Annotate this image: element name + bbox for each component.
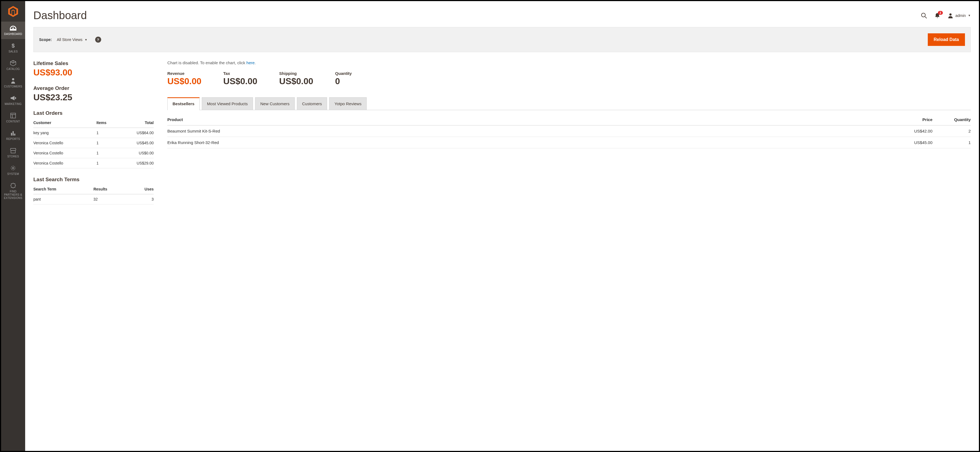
svg-point-11	[950, 13, 951, 16]
table-row[interactable]: Veronica Costello 1 US$0.00	[33, 148, 154, 158]
svg-line-10	[925, 17, 927, 18]
nav-system[interactable]: SYSTEM	[1, 162, 25, 179]
nav-content[interactable]: CONTENT	[1, 109, 25, 127]
last-search-table: Search Term Results Uses pant 32 3	[33, 184, 154, 205]
average-order-value: US$23.25	[33, 92, 154, 103]
last-orders-title: Last Orders	[33, 110, 154, 116]
page-header: Dashboard 3 admin ▼	[33, 1, 971, 27]
col-items: Items	[97, 118, 118, 128]
svg-rect-6	[13, 131, 14, 136]
notification-badge: 3	[938, 11, 943, 15]
table-row[interactable]: Erika Running Short-32-Red US$45.00 1	[167, 137, 971, 148]
nav-sales[interactable]: $ SALES	[1, 39, 25, 57]
col-price: Price	[894, 114, 932, 125]
search-icon[interactable]	[921, 13, 927, 19]
lifetime-sales-title: Lifetime Sales	[33, 60, 154, 67]
nav-stores[interactable]: STORES	[1, 144, 25, 162]
sidebar: DASHBOARD $ SALES CATALOG CUSTOMERS MARK…	[1, 1, 25, 451]
person-icon	[11, 77, 16, 84]
tabs: Bestsellers Most Viewed Products New Cus…	[167, 97, 971, 110]
last-orders-table: Customer Items Total key yang 1 US$64.00	[33, 118, 154, 168]
bestsellers-table: Product Price Quantity Beaumont Summit K…	[167, 114, 971, 148]
gear-icon	[10, 165, 16, 171]
svg-rect-5	[11, 133, 12, 136]
last-search-section: Last Search Terms Search Term Results Us…	[33, 176, 154, 205]
last-orders-section: Last Orders Customer Items Total key yan…	[33, 110, 154, 168]
nav-find-partners[interactable]: FIND PARTNERS & EXTENSIONS	[1, 179, 25, 203]
svg-rect-2	[11, 113, 16, 118]
logo[interactable]	[1, 1, 25, 22]
bar-chart-icon	[10, 130, 16, 136]
scope-selector[interactable]: All Store Views ▼	[57, 37, 88, 42]
svg-text:$: $	[11, 43, 14, 49]
reload-data-button[interactable]: Reload Data	[928, 33, 965, 46]
lifetime-sales-value: US$93.00	[33, 68, 154, 78]
lifetime-sales-block: Lifetime Sales US$93.00	[33, 60, 154, 78]
puzzle-icon	[10, 182, 16, 189]
metric-shipping: Shipping US$0.00	[279, 71, 313, 86]
storefront-icon	[10, 147, 16, 154]
nav-customers[interactable]: CUSTOMERS	[1, 74, 25, 92]
magento-logo-icon	[8, 6, 18, 17]
caret-down-icon: ▼	[968, 14, 971, 17]
col-results: Results	[94, 184, 130, 194]
tab-bestsellers[interactable]: Bestsellers	[167, 97, 200, 110]
nav-reports[interactable]: REPORTS	[1, 127, 25, 144]
enable-chart-link[interactable]: here	[247, 60, 255, 65]
nav-dashboard[interactable]: DASHBOARD	[1, 22, 25, 39]
svg-point-9	[921, 13, 925, 17]
tab-new-customers[interactable]: New Customers	[255, 97, 295, 110]
megaphone-icon	[10, 95, 16, 102]
last-search-title: Last Search Terms	[33, 176, 154, 182]
scope-label: Scope:	[39, 37, 52, 42]
scope-bar: Scope: All Store Views ▼ ? Reload Data	[33, 27, 971, 52]
box-icon	[10, 60, 16, 67]
nav-marketing[interactable]: MARKETING	[1, 92, 25, 109]
svg-point-8	[12, 167, 14, 169]
col-total: Total	[118, 118, 154, 128]
svg-point-1	[12, 78, 14, 80]
col-product: Product	[167, 114, 894, 125]
caret-down-icon: ▼	[85, 38, 88, 41]
tab-yotpo-reviews[interactable]: Yotpo Reviews	[329, 97, 367, 110]
tab-most-viewed[interactable]: Most Viewed Products	[202, 97, 253, 110]
table-row[interactable]: Veronica Costello 1 US$29.00	[33, 158, 154, 168]
table-row[interactable]: Beaumont Summit Kit-S-Red US$42.00 2	[167, 125, 971, 137]
page-title: Dashboard	[33, 9, 87, 22]
metric-quantity: Quantity 0	[335, 71, 352, 86]
user-menu[interactable]: admin ▼	[948, 13, 971, 18]
svg-rect-7	[14, 134, 15, 136]
metric-tax: Tax US$0.00	[223, 71, 258, 86]
table-row[interactable]: key yang 1 US$64.00	[33, 128, 154, 138]
average-order-title: Average Order	[33, 85, 154, 91]
table-row[interactable]: pant 32 3	[33, 194, 154, 205]
average-order-block: Average Order US$23.25	[33, 85, 154, 103]
user-name: admin	[955, 13, 966, 18]
tab-customers[interactable]: Customers	[297, 97, 327, 110]
dollar-icon: $	[11, 42, 15, 49]
col-customer: Customer	[33, 118, 97, 128]
user-icon	[948, 13, 953, 18]
table-row[interactable]: Veronica Costello 1 US$45.00	[33, 138, 154, 148]
help-icon[interactable]: ?	[95, 36, 101, 43]
layout-icon	[10, 112, 16, 119]
nav-catalog[interactable]: CATALOG	[1, 57, 25, 74]
col-quantity: Quantity	[932, 114, 971, 125]
chart-disabled-notice: Chart is disabled. To enable the chart, …	[167, 60, 971, 65]
gauge-icon	[10, 25, 16, 32]
col-search-term: Search Term	[33, 184, 94, 194]
col-uses: Uses	[130, 184, 154, 194]
notifications-icon[interactable]: 3	[935, 13, 940, 19]
metric-revenue: Revenue US$0.00	[167, 71, 202, 86]
metrics-row: Revenue US$0.00 Tax US$0.00 Shipping US$…	[167, 71, 971, 86]
